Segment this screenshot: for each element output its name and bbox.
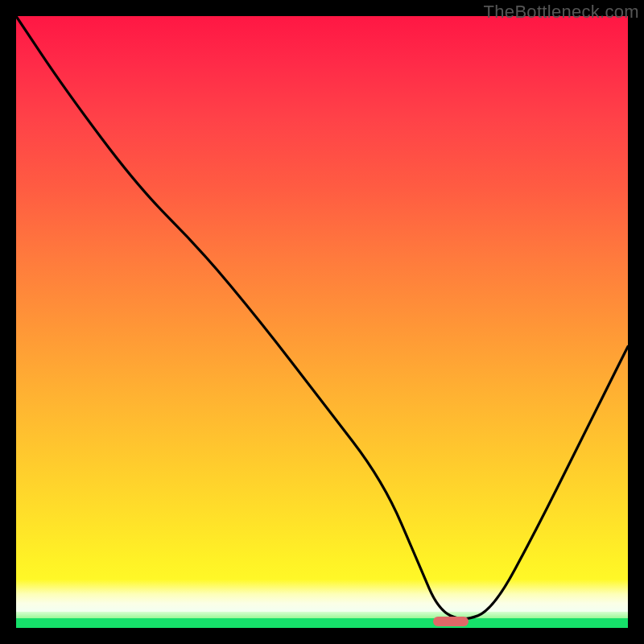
curve-path <box>16 16 628 619</box>
watermark-text: TheBottleneck.com <box>484 2 639 23</box>
bottleneck-curve <box>16 16 628 628</box>
plot-area <box>16 16 628 628</box>
optimum-marker <box>433 617 469 626</box>
chart-container: TheBottleneck.com <box>0 0 644 644</box>
